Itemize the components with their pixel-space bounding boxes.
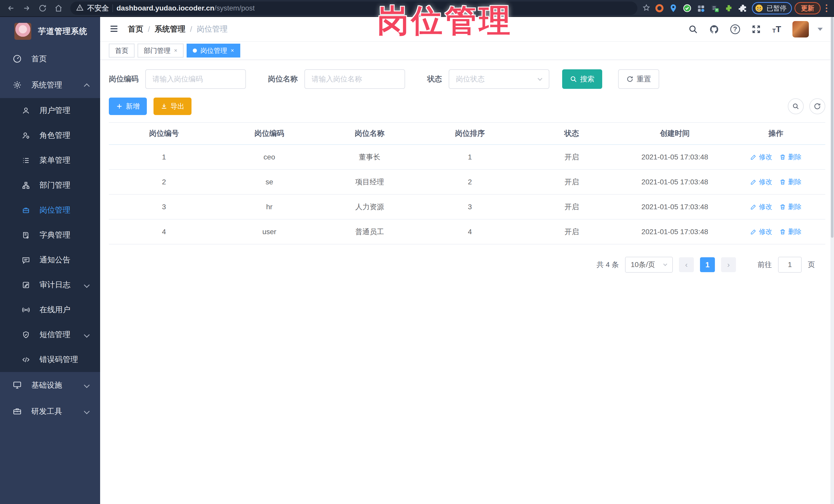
search-button[interactable]: 搜索 [562,69,602,89]
sidebar-logo-row[interactable]: 芋道管理系统 [0,17,100,46]
font-size-icon[interactable]: TT [772,24,781,34]
status-select[interactable]: 岗位状态 [449,69,549,89]
breadcrumb-system[interactable]: 系统管理 [155,24,185,35]
hamburger-icon[interactable] [109,24,119,35]
search-icon[interactable] [688,24,698,34]
forward-button[interactable] [20,2,34,15]
next-page-button[interactable]: › [721,257,736,272]
home-button[interactable] [52,2,65,15]
edit-link[interactable]: 修改 [750,153,772,161]
breadcrumb-separator: / [190,25,192,34]
user-gear-icon [22,131,30,140]
delete-label: 删除 [788,202,802,211]
tab-dept-mgmt[interactable]: 部门管理 × [137,44,183,58]
table-row[interactable]: 2 se 项目经理 2 开启 2021-01-05 17:03:48 修改 删除 [109,170,825,194]
sidebar-item-label: 字典管理 [40,230,92,240]
col-status: 状态 [520,123,623,145]
trash-icon [779,154,786,160]
sidebar-item-dict-mgmt[interactable]: 字典管理 [0,223,100,247]
table-row[interactable]: 1 ceo 董事长 1 开启 2021-01-05 17:03:48 修改 删除 [109,145,825,170]
chrome-update-button[interactable]: 更新 [794,2,821,14]
cell-created: 2021-01-05 17:03:48 [623,194,726,219]
breadcrumb-home[interactable]: 首页 [128,24,143,35]
fullscreen-icon[interactable] [751,24,761,34]
sidebar-item-user-mgmt[interactable]: 用户管理 [0,98,100,123]
url-text[interactable]: dashboard.yudao.iocoder.cn/system/post [116,4,255,12]
page-size-select[interactable]: 10条/页 [625,257,673,273]
sidebar-item-online-users[interactable]: 在线用户 [0,297,100,322]
page-scrollbar[interactable] [830,17,834,504]
avatar[interactable] [792,21,809,38]
github-icon[interactable] [709,24,719,34]
sidebar-item-devtools[interactable]: 研发工具 [0,398,100,424]
extension-icon-grid[interactable] [697,4,706,13]
extension-icon-location-pin[interactable] [669,4,678,13]
scrollbar-thumb[interactable] [831,17,833,238]
sidebar-item-dept-mgmt[interactable]: 部门管理 [0,173,100,198]
back-icon [6,4,15,13]
security-warning-icon[interactable] [76,4,84,13]
help-icon[interactable]: ? [730,24,740,34]
cell-status: 开启 [520,145,623,170]
table-row[interactable]: 3 hr 人力资源 3 开启 2021-01-05 17:03:48 修改 删除 [109,194,825,219]
search-icon [792,103,799,110]
export-button[interactable]: 导出 [154,97,192,115]
close-icon[interactable]: × [174,47,177,54]
post-code-input[interactable] [145,69,246,89]
edit-link[interactable]: 修改 [750,177,772,187]
sidebar-item-sms-mgmt[interactable]: 短信管理 [0,322,100,347]
post-code-label: 岗位编码 [109,74,139,84]
close-icon[interactable]: × [231,47,234,54]
table-row[interactable]: 4 user 普通员工 4 开启 2021-01-05 17:03:48 修改 … [109,219,825,244]
extension-icon-green-check[interactable] [683,4,692,13]
extension-icon-green-puzzle[interactable] [724,4,733,13]
sidebar-item-menu-mgmt[interactable]: 菜单管理 [0,148,100,173]
reload-button[interactable] [36,2,49,15]
paused-profile-badge[interactable]: 已暂停 [752,2,792,14]
extension-icon-translate[interactable]: 简 [710,4,720,13]
page-number-1[interactable]: 1 [700,257,715,272]
browser-menu-icon[interactable] [823,4,830,12]
delete-link[interactable]: 删除 [779,227,802,236]
sidebar-item-errcode-mgmt[interactable]: 错误码管理 [0,347,100,372]
goto-label: 前往 [758,260,772,269]
sidebar-item-post-mgmt[interactable]: 岗位管理 [0,198,100,223]
col-post-code: 岗位编码 [219,123,320,145]
home-icon [54,4,63,13]
delete-link[interactable]: 删除 [779,202,802,211]
extension-icon-orange-ring[interactable] [655,4,664,13]
browser-toolbar: 不安全 dashboard.yudao.iocoder.cn/system/po… [0,0,834,17]
add-button-label: 新增 [126,102,140,111]
add-button[interactable]: 新增 [109,97,147,115]
extensions-menu-icon[interactable] [738,4,747,13]
sidebar-item-role-mgmt[interactable]: 角色管理 [0,123,100,148]
gear-icon [12,80,22,90]
edit-link[interactable]: 修改 [750,202,772,211]
toggle-search-button[interactable] [788,98,804,114]
tab-home[interactable]: 首页 [109,44,134,58]
cell-post-id: 2 [109,170,219,194]
post-name-input[interactable] [304,69,405,89]
tab-post-mgmt[interactable]: 岗位管理 × [186,44,240,58]
back-button[interactable] [4,2,18,15]
edit-link[interactable]: 修改 [750,227,772,236]
reset-button[interactable]: 重置 [618,69,659,89]
cell-post-name: 普通员工 [320,219,420,244]
sidebar-item-label: 部门管理 [40,180,92,191]
refresh-table-button[interactable] [809,98,825,114]
goto-page-input[interactable] [778,257,802,273]
delete-link[interactable]: 删除 [779,153,802,161]
address-bar[interactable]: 不安全 dashboard.yudao.iocoder.cn/system/po… [70,2,637,15]
sidebar-item-system[interactable]: 系统管理 [0,72,100,98]
sidebar-item-notice[interactable]: 通知公告 [0,247,100,272]
chevron-down-icon [84,282,90,288]
bookmark-star-icon[interactable] [642,4,650,13]
delete-link[interactable]: 删除 [779,177,802,187]
sidebar-item-infra[interactable]: 基础设施 [0,372,100,398]
edit-label: 修改 [759,227,772,236]
sidebar-item-home[interactable]: 首页 [0,46,100,72]
sidebar-item-audit-log[interactable]: 审计日志 [0,272,100,297]
prev-page-button[interactable]: ‹ [679,257,694,272]
security-label[interactable]: 不安全 [87,3,109,13]
chevron-down-icon[interactable] [817,28,823,31]
